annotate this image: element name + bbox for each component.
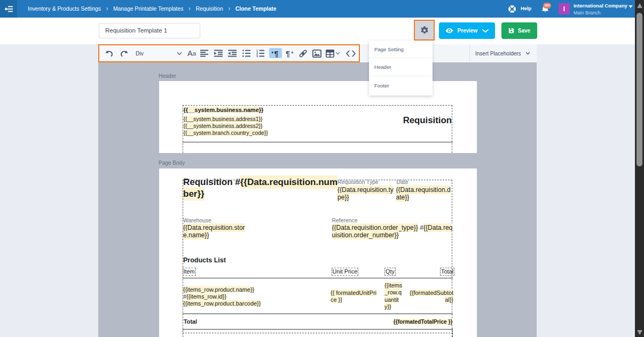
svg-text:3: 3 [256, 54, 258, 57]
svg-text:¶: ¶ [286, 50, 290, 58]
svg-text:¶: ¶ [274, 50, 278, 58]
